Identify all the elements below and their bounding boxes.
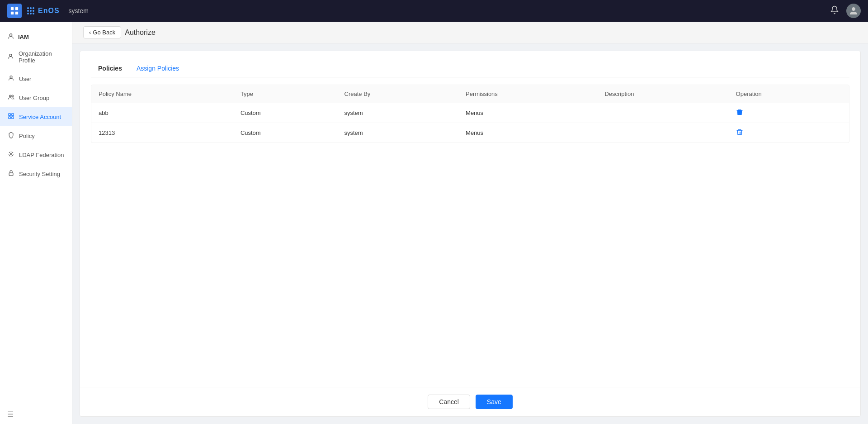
cell-type: Custom <box>233 123 337 143</box>
main-card: Policies Assign Policies Policy Name Typ… <box>80 51 861 417</box>
col-operation: Operation <box>729 85 849 103</box>
sidebar-item-policy[interactable]: Policy <box>0 126 72 145</box>
topbar-right <box>830 4 861 18</box>
sidebar-bottom: ☰ <box>0 405 72 424</box>
table-row: abb Custom system Menus <box>91 103 849 123</box>
svg-rect-14 <box>9 173 13 176</box>
sidebar-item-label: Security Setting <box>19 171 60 177</box>
svg-rect-9 <box>8 114 10 115</box>
cancel-button[interactable]: Cancel <box>428 395 470 409</box>
main-layout: IAM Organization Profile User <box>0 22 868 424</box>
svg-point-5 <box>9 54 12 57</box>
user-group-icon <box>7 94 14 102</box>
sidebar-collapse-button[interactable]: ☰ <box>7 410 14 418</box>
col-permissions: Permissions <box>458 85 597 103</box>
topbar-left: EnOS system <box>7 4 89 18</box>
col-create-by: Create By <box>337 85 459 103</box>
table-row: 12313 Custom system Menus <box>91 123 849 143</box>
sidebar-item-label: LDAP Federation <box>19 152 64 158</box>
cell-permissions: Menus <box>458 103 597 123</box>
tab-bar: Policies Assign Policies <box>91 60 849 77</box>
svg-point-8 <box>11 95 13 97</box>
user-icon <box>7 75 14 83</box>
cell-type: Custom <box>233 103 337 123</box>
svg-point-6 <box>10 76 12 78</box>
service-account-icon <box>7 113 14 121</box>
security-icon <box>7 170 14 178</box>
svg-rect-10 <box>11 114 13 115</box>
sidebar-section-label: IAM <box>18 33 29 40</box>
col-description: Description <box>597 85 728 103</box>
sidebar: IAM Organization Profile User <box>0 22 72 424</box>
sidebar-item-label: User <box>19 76 31 82</box>
notification-icon[interactable] <box>830 5 839 17</box>
sidebar-item-user-group[interactable]: User Group <box>0 88 72 107</box>
policy-icon <box>7 132 14 140</box>
cell-description <box>597 103 728 123</box>
cell-policy-name: abb <box>91 103 233 123</box>
logo-dots <box>27 7 34 14</box>
svg-rect-11 <box>8 117 10 119</box>
topbar: EnOS system <box>0 0 868 22</box>
app-grid-button[interactable] <box>7 4 22 18</box>
cell-description <box>597 123 728 143</box>
svg-rect-1 <box>15 7 18 10</box>
main-content: ‹ Go Back Authorize Policies Assign Poli… <box>72 22 868 424</box>
card-footer: Cancel Save <box>80 387 860 416</box>
page-title: Authorize <box>125 29 156 37</box>
avatar[interactable] <box>846 4 861 18</box>
table-head: Policy Name Type Create By Permissions D… <box>91 85 849 103</box>
table-body: abb Custom system Menus <box>91 103 849 143</box>
page-header: ‹ Go Back Authorize <box>72 22 868 43</box>
cell-policy-name: 12313 <box>91 123 233 143</box>
tab-assign-policies[interactable]: Assign Policies <box>129 60 186 77</box>
svg-rect-3 <box>15 12 18 14</box>
go-back-label: Go Back <box>93 29 115 36</box>
save-button[interactable]: Save <box>476 395 513 409</box>
sidebar-item-ldap-federation[interactable]: LDAP Federation <box>0 145 72 164</box>
delete-row-1-button[interactable] <box>736 109 743 116</box>
svg-point-4 <box>9 34 12 36</box>
sidebar-item-user[interactable]: User <box>0 69 72 88</box>
sidebar-item-service-account[interactable]: Service Account <box>0 107 72 126</box>
cell-create-by: system <box>337 123 459 143</box>
logo-text: EnOS <box>38 7 60 15</box>
svg-point-13 <box>10 153 12 155</box>
sidebar-item-security-setting[interactable]: Security Setting <box>0 164 72 183</box>
system-label: system <box>69 7 89 14</box>
policies-table: Policy Name Type Create By Permissions D… <box>91 85 849 143</box>
cell-operation <box>729 123 849 143</box>
sidebar-item-label: Organization Profile <box>19 50 65 64</box>
svg-rect-2 <box>11 12 14 14</box>
cell-permissions: Menus <box>458 123 597 143</box>
sidebar-item-label: Service Account <box>19 114 61 120</box>
card-body: Policies Assign Policies Policy Name Typ… <box>80 51 860 387</box>
cell-create-by: system <box>337 103 459 123</box>
svg-rect-0 <box>11 7 14 10</box>
policies-table-wrap: Policy Name Type Create By Permissions D… <box>91 85 849 143</box>
iam-icon <box>7 33 14 41</box>
svg-rect-12 <box>11 117 13 119</box>
table-header-row: Policy Name Type Create By Permissions D… <box>91 85 849 103</box>
sidebar-section-title: IAM <box>0 25 72 45</box>
col-policy-name: Policy Name <box>91 85 233 103</box>
back-arrow-icon: ‹ <box>89 29 91 36</box>
svg-point-7 <box>9 95 11 97</box>
tab-policies[interactable]: Policies <box>91 60 129 77</box>
ldap-icon <box>7 151 14 159</box>
org-profile-icon <box>7 53 14 61</box>
sidebar-item-label: User Group <box>19 95 49 101</box>
go-back-button[interactable]: ‹ Go Back <box>83 26 121 38</box>
delete-row-2-button[interactable] <box>736 129 743 136</box>
col-type: Type <box>233 85 337 103</box>
logo: EnOS <box>27 7 60 15</box>
cell-operation <box>729 103 849 123</box>
sidebar-item-organization-profile[interactable]: Organization Profile <box>0 45 72 69</box>
sidebar-item-label: Policy <box>19 133 35 139</box>
